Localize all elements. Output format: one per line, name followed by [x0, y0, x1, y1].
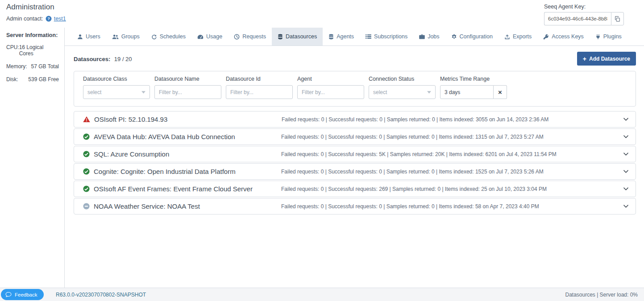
title-block: Administration Admin contact: ? test1: [6, 3, 66, 28]
check-circle-icon: [83, 133, 90, 140]
chevron-down-icon[interactable]: [623, 133, 629, 140]
filter-connection-status: Connection Status select: [369, 76, 436, 99]
datasources-count: 19 / 20: [114, 56, 132, 62]
filter-datasource-class: Datasource Class select: [83, 76, 150, 99]
check-circle-icon: [83, 168, 90, 175]
tab-schedules[interactable]: Schedules: [145, 28, 191, 45]
tab-agents[interactable]: Agents: [323, 28, 360, 45]
minus-circle-icon: [83, 203, 90, 210]
datasource-list: OSIsoft PI: 52.10.194.93 Failed requests…: [74, 111, 636, 214]
tab-jobs[interactable]: Jobs: [413, 28, 445, 45]
users-icon: [112, 34, 119, 40]
datasources-count-block: Datasources: 19 / 20: [74, 55, 132, 63]
agent-key-label: Seeq Agent Key:: [544, 4, 637, 10]
server-info-heading: Server Information:: [6, 32, 59, 38]
datasource-row[interactable]: OSIsoft PI: 52.10.194.93 Failed requests…: [74, 111, 636, 128]
list-icon: [366, 34, 371, 39]
database-icon: [278, 34, 283, 40]
tab-configuration[interactable]: Configuration: [445, 28, 499, 45]
feedback-button[interactable]: Feedback: [1, 289, 44, 300]
datasources-heading-row: Datasources: 19 / 20 + Add Datasource: [74, 52, 636, 66]
footer-bar: Feedback R63.0.0-v202307070802-SNAPSHOT …: [0, 288, 644, 301]
help-icon[interactable]: ?: [46, 16, 52, 22]
svg-text:?: ?: [47, 16, 50, 21]
tab-access-keys[interactable]: Access Keys: [537, 28, 590, 45]
datasource-filter-panel: Datasource Class select Datasource Name …: [74, 71, 636, 107]
key-icon: [543, 34, 549, 40]
datasource-row[interactable]: Cognite: Cognite: Open Industrial Data P…: [74, 163, 636, 180]
datasource-row[interactable]: SQL: Azure Consumption Failed requests: …: [74, 146, 636, 162]
chevron-down-icon[interactable]: [623, 168, 629, 175]
tab-groups[interactable]: Groups: [106, 28, 145, 45]
chevron-down-icon[interactable]: [623, 116, 629, 123]
filter-agent: Agent: [297, 76, 364, 99]
times-icon: ×: [498, 88, 502, 96]
admin-contact: Admin contact: ? test1: [6, 16, 66, 22]
caret-down-icon: [427, 91, 431, 94]
tab-plugins[interactable]: Plugins: [590, 28, 627, 45]
tab-requests[interactable]: Requests: [228, 28, 272, 45]
chevron-down-icon[interactable]: [623, 151, 629, 157]
datasource-row[interactable]: OSIsoft AF Event Frames: Event Frame Clo…: [74, 181, 636, 197]
caret-down-icon: [141, 91, 145, 94]
admin-contact-label: Admin contact:: [6, 16, 43, 22]
connection-status-select[interactable]: select: [369, 85, 436, 99]
datasource-class-select[interactable]: select: [83, 85, 150, 99]
chevron-down-icon[interactable]: [623, 186, 629, 192]
datasource-name-input[interactable]: [154, 85, 221, 99]
filter-datasource-id: Datasource Id: [226, 76, 293, 99]
history-icon: [234, 34, 240, 40]
footer-status: Datasources | Server load: 0%: [565, 292, 638, 298]
warning-triangle-icon: [83, 116, 90, 123]
copy-agent-key-button[interactable]: [611, 12, 624, 25]
datasource-id-input[interactable]: [226, 85, 293, 99]
server-info-disk: Disk: 539 GB Free: [6, 76, 59, 82]
agent-input[interactable]: [297, 85, 364, 99]
tab-subscriptions[interactable]: Subscriptions: [360, 28, 413, 45]
add-datasource-label: Add Datasource: [589, 56, 630, 62]
admin-tabs: Users Groups Schedules Usage Requests Da…: [65, 28, 644, 46]
check-circle-icon: [83, 186, 90, 192]
check-circle-icon: [83, 151, 90, 157]
page-header: Administration Admin contact: ? test1 Se…: [0, 0, 644, 28]
tab-users[interactable]: Users: [71, 28, 106, 45]
datasources-heading: Datasources:: [74, 56, 110, 62]
clear-filter-button[interactable]: ×: [494, 85, 507, 99]
server-info-cpu: CPU: 16 Logical Cores: [6, 44, 59, 57]
sync-icon: [151, 34, 157, 40]
administration-page: Administration Admin contact: ? test1 Se…: [0, 0, 644, 301]
chat-bubble-icon: [5, 292, 12, 297]
server-info-rows: CPU: 16 Logical Cores Memory: 57 GB Tota…: [6, 44, 59, 82]
version-text: R63.0.0-v202307070802-SNAPSHOT: [56, 292, 146, 298]
agent-key-block: Seeq Agent Key:: [544, 3, 637, 28]
gear-icon: [451, 34, 457, 40]
page-title: Administration: [6, 3, 66, 12]
datasource-row[interactable]: AVEVA Data Hub: AVEVA Data Hub Connectio…: [74, 128, 636, 145]
briefcase-icon: [419, 34, 425, 39]
server-info-memory: Memory: 57 GB Total: [6, 63, 59, 70]
filter-datasource-name: Datasource Name: [154, 76, 221, 99]
add-datasource-button[interactable]: + Add Datasource: [577, 52, 636, 66]
feedback-label: Feedback: [15, 292, 37, 297]
copy-icon: [615, 16, 620, 22]
agent-key-group: [544, 12, 637, 25]
body-row: Server Information: CPU: 16 Logical Core…: [0, 28, 644, 288]
export-icon: [504, 34, 510, 40]
tab-exports[interactable]: Exports: [499, 28, 537, 45]
tachometer-icon: [197, 34, 204, 39]
agent-key-input[interactable]: [544, 12, 611, 25]
user-icon: [77, 34, 83, 40]
datasources-panel: Datasources: 19 / 20 + Add Datasource Da…: [65, 46, 644, 288]
metrics-time-range-input[interactable]: [440, 85, 494, 99]
datasource-row[interactable]: NOAA Weather Service: NOAA Test Failed r…: [74, 198, 636, 214]
plus-icon: +: [583, 56, 586, 62]
tab-usage[interactable]: Usage: [191, 28, 228, 45]
plug-icon: [595, 34, 601, 40]
admin-contact-link[interactable]: test1: [54, 16, 66, 22]
database-icon: [328, 34, 334, 40]
chevron-down-icon[interactable]: [623, 203, 629, 210]
tab-datasources[interactable]: Datasources: [272, 28, 323, 45]
main-area: Users Groups Schedules Usage Requests Da…: [65, 28, 644, 288]
filter-metrics-time-range: Metrics Time Range ×: [440, 76, 507, 99]
server-info-sidebar: Server Information: CPU: 16 Logical Core…: [0, 28, 65, 288]
